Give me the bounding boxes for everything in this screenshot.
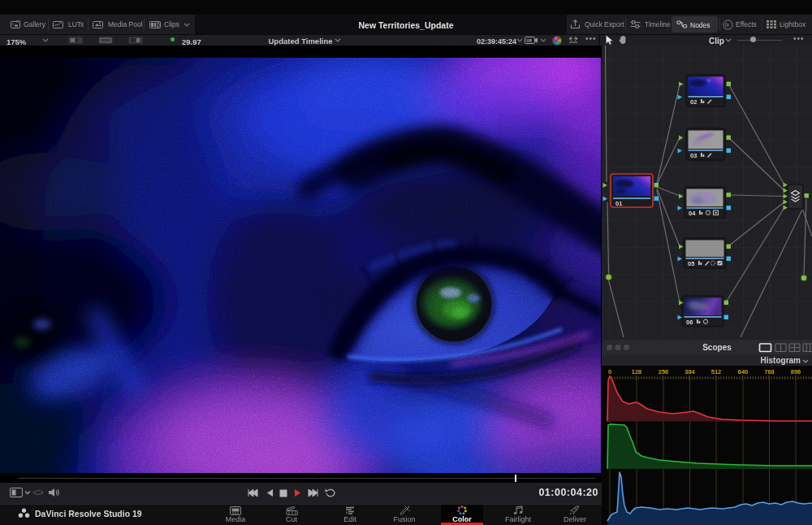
svg-text:0: 0 — [608, 368, 611, 375]
svg-text:03: 03 — [690, 152, 697, 159]
svg-text:Histogram: Histogram — [761, 356, 801, 365]
svg-text:01: 01 — [615, 200, 622, 207]
svg-text:384: 384 — [685, 368, 695, 375]
svg-text:Scopes: Scopes — [702, 343, 732, 352]
svg-text:256: 256 — [659, 368, 669, 375]
svg-text:640: 640 — [738, 368, 749, 375]
svg-text:128: 128 — [632, 368, 642, 375]
svg-text:06: 06 — [686, 319, 693, 326]
svg-text:512: 512 — [711, 368, 722, 375]
svg-text:fx: fx — [725, 22, 730, 28]
svg-text:HD: HD — [527, 39, 531, 42]
svg-text:04: 04 — [689, 210, 696, 217]
svg-text:02: 02 — [690, 98, 697, 106]
svg-text:768: 768 — [764, 368, 775, 375]
svg-text:05: 05 — [688, 260, 694, 267]
svg-text:896: 896 — [791, 368, 801, 375]
